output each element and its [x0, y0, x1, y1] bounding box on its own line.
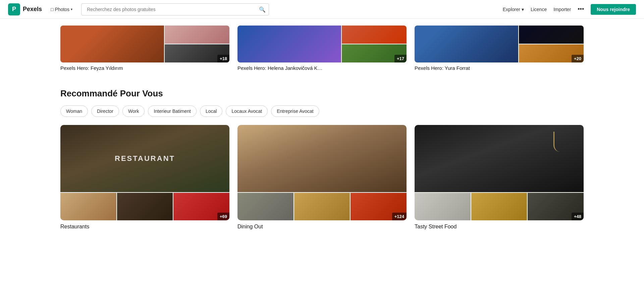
logo-link[interactable]: P Pexels [8, 3, 42, 15]
explorer-button[interactable]: Explorer ▾ [503, 7, 524, 12]
search-icon-button[interactable]: 🔍 [259, 6, 266, 12]
plus-badge-food: +48 [572, 213, 584, 220]
recommended-title: Recommandé Pour Vous [60, 88, 584, 99]
hero-side-images-yura: +20 [519, 26, 584, 62]
tag-locaux-avocat[interactable]: Locaux Avocat [226, 105, 268, 117]
hero-item-yura[interactable]: +20 Pexels Hero: Yura Forrat [415, 26, 584, 71]
collection-thumbs-food: +48 [415, 193, 584, 220]
coll-thumb-dining-1 [237, 193, 293, 220]
hero-side-images-feyza: +18 [165, 26, 229, 62]
photos-icon: □ [51, 7, 53, 12]
tag-entreprise-avocat[interactable]: Entreprise Avocat [271, 105, 319, 117]
more-options-button[interactable]: ••• [578, 6, 584, 13]
restaurant-overlay-text: RESTAURANT [115, 154, 175, 163]
coll-thumb-food-3: +48 [528, 193, 584, 220]
chevron-down-icon: ▾ [71, 7, 72, 11]
collection-images-dining: +124 [237, 125, 407, 220]
tag-local[interactable]: Local [200, 105, 222, 117]
collection-images-restaurants: RESTAURANT +69 [60, 125, 229, 220]
tag-woman[interactable]: Woman [60, 105, 88, 117]
hero-thumb-helena-1 [342, 26, 407, 44]
hero-main-image-yura [415, 26, 518, 62]
collection-title-dining: Dining Out [237, 224, 407, 230]
logo-icon: P [8, 3, 20, 15]
collection-main-restaurants: RESTAURANT [60, 125, 229, 192]
hero-title-helena: Pexels Hero: Helena Jankovičová K… [237, 65, 407, 71]
header: P Pexels □ Photos ▾ 🔍 Explorer ▾ Licence… [0, 0, 644, 19]
coll-thumb-food-1 [415, 193, 471, 220]
page-content: +18 Pexels Hero: Feyza Yıldırım +17 [0, 0, 644, 243]
tag-work[interactable]: Work [122, 105, 145, 117]
coll-thumb-food-2 [471, 193, 527, 220]
collection-restaurants[interactable]: RESTAURANT +69 Restaurants [60, 125, 229, 230]
collections-grid: RESTAURANT +69 Restaurants [60, 125, 584, 243]
plus-badge-helena: +17 [394, 55, 407, 62]
hero-grid: +18 Pexels Hero: Feyza Yıldırım +17 [60, 26, 584, 71]
coll-thumb-rest-3: +69 [173, 193, 229, 220]
plus-badge-dining: +124 [392, 213, 407, 220]
hero-thumb-feyza-2: +18 [165, 44, 229, 62]
hero-thumb-helena-2: +17 [342, 44, 407, 62]
tags-container: Woman Director Work Interieur Batiment L… [60, 105, 584, 117]
plus-badge-feyza: +18 [217, 55, 229, 62]
hero-title-yura: Pexels Hero: Yura Forrat [415, 65, 584, 71]
hero-thumb-feyza-1 [165, 26, 229, 44]
plus-badge-yura: +20 [572, 55, 584, 62]
tag-interieur-batiment[interactable]: Interieur Batiment [148, 105, 197, 117]
coll-thumb-rest-2 [117, 193, 173, 220]
importer-button[interactable]: Importer [553, 7, 571, 12]
collection-dining-out[interactable]: +124 Dining Out [237, 125, 407, 230]
coll-thumb-dining-2 [294, 193, 350, 220]
collection-images-food: +48 [415, 125, 584, 220]
hero-item-helena[interactable]: +17 Pexels Hero: Helena Jankovičová K… [237, 26, 407, 71]
collection-title-food: Tasty Street Food [415, 224, 584, 230]
collection-main-food [415, 125, 584, 192]
hero-images-feyza: +18 [60, 26, 229, 62]
chevron-down-icon: ▾ [522, 7, 524, 12]
coll-thumb-dining-3: +124 [351, 193, 407, 220]
search-input[interactable] [81, 3, 269, 15]
search-icon: 🔍 [259, 6, 266, 12]
collection-main-dining [237, 125, 407, 192]
collection-title-restaurants: Restaurants [60, 224, 229, 230]
plus-badge-restaurants: +69 [217, 213, 229, 220]
collection-thumbs-restaurants: +69 [60, 193, 229, 220]
hero-main-image-feyza [60, 26, 164, 62]
main-content: +18 Pexels Hero: Feyza Yıldırım +17 [0, 19, 644, 243]
hero-images-helena: +17 [237, 26, 407, 62]
join-button[interactable]: Nous rejoindre [591, 4, 636, 15]
hero-main-image-helena [237, 26, 341, 62]
collection-street-food[interactable]: +48 Tasty Street Food [415, 125, 584, 230]
hero-thumb-yura-1 [519, 26, 584, 44]
hero-side-images-helena: +17 [342, 26, 407, 62]
nav-links: Explorer ▾ Licence Importer ••• Nous rej… [503, 4, 636, 15]
hero-item-feyza[interactable]: +18 Pexels Hero: Feyza Yıldırım [60, 26, 229, 71]
photos-dropdown-button[interactable]: □ Photos ▾ [47, 5, 76, 14]
collection-thumbs-dining: +124 [237, 193, 407, 220]
hero-images-yura: +20 [415, 26, 584, 62]
licence-button[interactable]: Licence [531, 7, 547, 12]
coll-thumb-rest-1 [60, 193, 116, 220]
search-bar: 🔍 [81, 3, 269, 15]
tag-director[interactable]: Director [91, 105, 119, 117]
hero-thumb-yura-2: +20 [519, 44, 584, 62]
hero-title-feyza: Pexels Hero: Feyza Yıldırım [60, 65, 229, 71]
hero-collections-section: +18 Pexels Hero: Feyza Yıldırım +17 [60, 19, 584, 78]
logo-text: Pexels [23, 6, 42, 13]
noodle-decoration [553, 132, 567, 152]
recommended-section: Recommandé Pour Vous Woman Director Work… [60, 88, 584, 243]
